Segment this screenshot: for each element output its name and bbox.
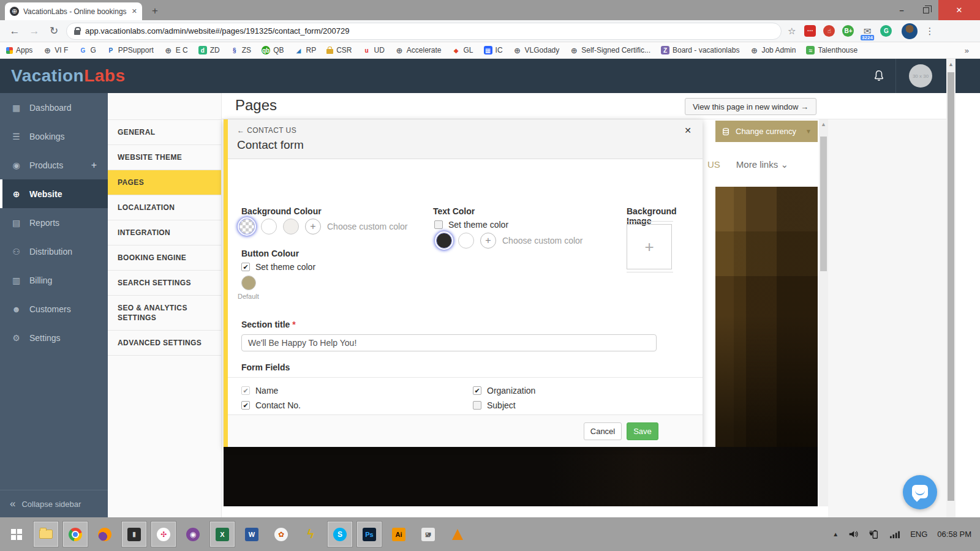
forward-button[interactable]: → <box>24 25 44 37</box>
sidebar-item-settings[interactable]: ⚙Settings <box>0 323 108 352</box>
bookmark-item[interactable]: GG <box>78 46 96 54</box>
sidebar-item-bookings[interactable]: ☰Bookings <box>0 122 108 151</box>
illustrator-icon[interactable]: Ai <box>386 521 412 547</box>
mail-icon[interactable]: ✉3224 <box>861 25 873 37</box>
tor-browser-icon[interactable]: ◉ <box>180 521 206 547</box>
file-explorer-icon[interactable] <box>33 521 59 547</box>
sidebar-item-products[interactable]: ◉Products+ <box>0 151 108 179</box>
display-icon[interactable]: 🖳 <box>415 521 441 547</box>
sidebar-item-dashboard[interactable]: ▦Dashboard <box>0 93 108 122</box>
dark-app-icon[interactable]: ▮ <box>121 521 147 547</box>
back-button[interactable]: ← <box>5 25 24 37</box>
checkbox[interactable] <box>434 220 443 229</box>
add-custom-color-swatch[interactable]: + <box>480 233 496 249</box>
bookmark-item[interactable]: Apps <box>6 46 32 54</box>
vlc-icon[interactable] <box>445 521 470 547</box>
vacationlabs-logo[interactable]: VacationLabs <box>11 66 126 86</box>
background-image-upload-box[interactable]: + <box>627 224 672 269</box>
cancel-button[interactable]: Cancel <box>584 422 622 440</box>
bookmark-star-icon[interactable]: ☆ <box>788 26 796 37</box>
bookmark-item[interactable]: qbQB <box>262 46 284 54</box>
checkbox[interactable] <box>473 401 481 410</box>
chat-widget-button[interactable] <box>903 475 937 509</box>
add-custom-color-swatch[interactable]: + <box>305 219 321 234</box>
browser-scrollbar-thumb[interactable] <box>948 72 954 501</box>
window-minimize-button[interactable]: – <box>889 0 914 20</box>
start-button[interactable] <box>4 521 29 547</box>
bookmark-item[interactable]: uUD <box>362 46 384 54</box>
bookmark-item[interactable]: ⊕Job Admin <box>750 46 796 54</box>
lightning-tool-icon[interactable]: ϟ <box>298 521 323 547</box>
choose-custom-color-link[interactable]: Choose custom color <box>327 222 408 231</box>
text-color-theme-checkbox-row[interactable]: Set theme color <box>434 220 508 230</box>
tray-expand-icon[interactable]: ▲ <box>832 531 839 538</box>
network-signal-icon[interactable] <box>889 530 900 539</box>
word-icon[interactable]: W <box>239 521 265 547</box>
sidebar-item-billing[interactable]: ▥Billing <box>0 266 108 294</box>
new-tab-button[interactable]: + <box>152 5 158 17</box>
preview-scrollbar-thumb[interactable] <box>820 137 827 271</box>
browser-scroll-up-icon[interactable]: ▲ <box>946 59 956 67</box>
submenu-item-general[interactable]: GENERAL <box>108 119 221 144</box>
color-swatch[interactable] <box>458 233 474 249</box>
bookmark-item[interactable]: CSR <box>326 46 352 54</box>
sidebar-item-reports[interactable]: ▤Reports <box>0 208 108 237</box>
submenu-item-localization[interactable]: LOCALIZATION <box>108 195 221 220</box>
tab-close-icon[interactable]: ✕ <box>132 7 137 15</box>
b-plus-icon[interactable]: B+ <box>842 25 854 37</box>
chrome-icon[interactable] <box>62 521 88 547</box>
breadcrumb-back-link[interactable]: ← CONTACT US <box>237 126 296 135</box>
bookmark-item[interactable]: ⊕Accelerate <box>395 46 442 54</box>
excel-icon[interactable]: X <box>209 521 235 547</box>
bookmark-item[interactable]: ◢RP <box>294 46 316 54</box>
submenu-item-pages[interactable]: PAGES <box>108 170 221 195</box>
submenu-item-website-theme[interactable]: WEBSITE THEME <box>108 144 221 170</box>
submenu-item-advanced-settings[interactable]: ADVANCED SETTINGS <box>108 330 221 356</box>
preview-change-currency-bar[interactable]: Change currency ▼ <box>715 121 818 142</box>
form-field-row-contact-no-[interactable]: ✔Contact No. <box>241 400 301 410</box>
user-avatar[interactable]: 30 x 30 <box>909 64 932 88</box>
stop-hand-icon[interactable]: ☝ <box>823 25 835 37</box>
firefox-icon[interactable] <box>92 521 118 547</box>
bookmark-item[interactable]: ⊕Self-Signed Certific... <box>570 46 650 54</box>
paint-icon[interactable]: ✿ <box>268 521 294 547</box>
bookmark-item[interactable]: PPPSupport <box>107 46 154 54</box>
browser-tab[interactable]: ⊕ VacationLabs - Online bookings f ✕ <box>5 2 142 20</box>
window-restore-button[interactable] <box>914 0 938 20</box>
form-field-row-name[interactable]: ✔Name <box>241 386 278 395</box>
submenu-item-search-settings[interactable]: SEARCH SETTINGS <box>108 270 221 295</box>
close-icon[interactable]: ✕ <box>684 126 692 135</box>
grammarly-icon[interactable]: G <box>880 25 892 37</box>
sidebar-item-website[interactable]: ⊕Website <box>0 179 108 208</box>
tray-clock[interactable]: 06:58 PM <box>937 530 971 539</box>
skype-icon[interactable]: S <box>327 521 353 547</box>
button-colour-theme-checkbox-row[interactable]: ✔Set theme color <box>241 262 315 272</box>
battery-icon[interactable] <box>869 530 880 539</box>
bookmarks-overflow-icon[interactable]: » <box>965 46 969 55</box>
tray-language[interactable]: ENG <box>910 530 927 539</box>
bookmark-item[interactable]: §ZS <box>230 46 251 54</box>
collapse-sidebar-button[interactable]: «Collapse sidebar <box>0 490 108 517</box>
bookmark-item[interactable]: ⊕VI F <box>43 46 68 54</box>
checkbox[interactable]: ✔ <box>241 263 250 271</box>
bookmark-item[interactable]: ⊕E C <box>164 46 188 54</box>
color-swatch[interactable] <box>436 233 452 249</box>
bookmark-item[interactable]: ≈Talenthouse <box>806 46 858 54</box>
transparent-swatch[interactable] <box>239 219 255 234</box>
submenu-item-integration[interactable]: INTEGRATION <box>108 220 221 245</box>
address-bar[interactable]: app.vacationlabs.com/admin/website#/page… <box>66 23 782 40</box>
photoshop-icon[interactable]: Ps <box>356 521 382 547</box>
bookmark-item[interactable]: dZD <box>198 46 220 54</box>
save-button[interactable]: Save <box>627 422 658 440</box>
bookmark-item[interactable]: ▦IC <box>484 46 503 54</box>
submenu-item-seo-analytics-settings[interactable]: SEO & ANALYTICS SETTINGS <box>108 295 221 330</box>
notification-bell-icon[interactable] <box>872 69 886 85</box>
speaker-icon[interactable] <box>848 530 859 539</box>
color-swatch[interactable] <box>261 219 277 234</box>
bookmark-item[interactable]: ⊕VLGodady <box>513 46 560 54</box>
form-field-row-organization[interactable]: ✔Organization <box>473 386 535 395</box>
form-field-row-subject[interactable]: Subject <box>473 400 516 410</box>
bookmark-item[interactable]: ◆GL <box>452 46 473 54</box>
color-swatch[interactable] <box>283 219 299 234</box>
preview-more-links[interactable]: More links ⌄ <box>736 159 788 170</box>
